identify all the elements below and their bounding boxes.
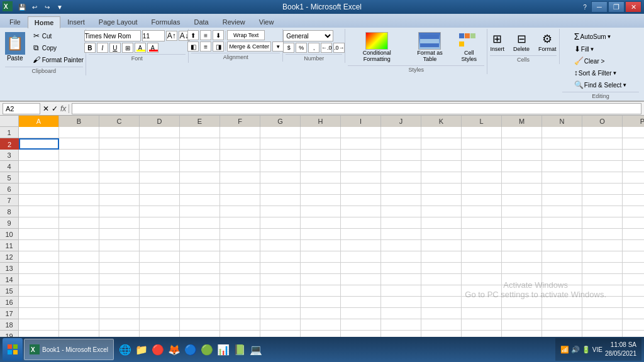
cell-C5[interactable] — [99, 172, 140, 184]
taskbar-icon-6[interactable]: 🟢 — [199, 342, 214, 357]
cell-C3[interactable] — [99, 150, 140, 161]
cell-N1[interactable] — [542, 127, 582, 138]
col-header-J[interactable]: J — [381, 116, 421, 127]
cell-O13[interactable] — [582, 263, 623, 274]
cell-O18[interactable] — [582, 319, 623, 331]
tab-view[interactable]: View — [252, 16, 281, 28]
cell-L15[interactable] — [462, 285, 502, 297]
cell-F1[interactable] — [220, 127, 260, 138]
cell-O14[interactable] — [582, 274, 623, 285]
taskbar-icon-8[interactable]: 📗 — [232, 342, 247, 357]
cell-H1[interactable] — [301, 127, 341, 138]
taskbar-icon-2[interactable]: 📁 — [134, 342, 149, 357]
cell-L16[interactable] — [462, 297, 502, 308]
cell-M16[interactable] — [502, 297, 542, 308]
col-header-F[interactable]: F — [220, 116, 260, 127]
cell-B2[interactable] — [59, 138, 99, 150]
row-header-6[interactable]: 6 — [0, 184, 19, 195]
cell-D17[interactable] — [140, 308, 180, 319]
col-header-E[interactable]: E — [180, 116, 220, 127]
cell-C18[interactable] — [99, 319, 140, 331]
cell-D13[interactable] — [140, 263, 180, 274]
cell-J18[interactable] — [381, 319, 421, 331]
cell-F15[interactable] — [220, 285, 260, 297]
cell-B12[interactable] — [59, 251, 99, 263]
row-header-18[interactable]: 18 — [0, 319, 19, 331]
cell-D7[interactable] — [140, 195, 180, 206]
row-header-1[interactable]: 1 — [0, 127, 19, 138]
cell-F12[interactable] — [220, 251, 260, 263]
cell-A8[interactable] — [19, 206, 59, 217]
cell-I16[interactable] — [341, 297, 381, 308]
col-header-I[interactable]: I — [341, 116, 381, 127]
cell-L9[interactable] — [462, 217, 502, 229]
cell-F7[interactable] — [220, 195, 260, 206]
cell-K14[interactable] — [421, 274, 462, 285]
cell-O7[interactable] — [582, 195, 623, 206]
row-header-14[interactable]: 14 — [0, 274, 19, 285]
cell-C4[interactable] — [99, 161, 140, 172]
cell-M5[interactable] — [502, 172, 542, 184]
cell-I5[interactable] — [341, 172, 381, 184]
cell-E7[interactable] — [180, 195, 220, 206]
cell-J16[interactable] — [381, 297, 421, 308]
cell-B8[interactable] — [59, 206, 99, 217]
cell-B13[interactable] — [59, 263, 99, 274]
row-header-13[interactable]: 13 — [0, 263, 19, 274]
cell-G5[interactable] — [260, 172, 301, 184]
align-bottom-button[interactable]: ⬇ — [213, 30, 224, 40]
row-header-4[interactable]: 4 — [0, 161, 19, 172]
cell-L4[interactable] — [462, 161, 502, 172]
cell-I9[interactable] — [341, 217, 381, 229]
cell-P12[interactable] — [623, 251, 644, 263]
row-header-12[interactable]: 12 — [0, 251, 19, 263]
cell-O16[interactable] — [582, 297, 623, 308]
cell-H10[interactable] — [301, 229, 341, 240]
cell-L5[interactable] — [462, 172, 502, 184]
cell-K12[interactable] — [421, 251, 462, 263]
cell-K7[interactable] — [421, 195, 462, 206]
cell-H7[interactable] — [301, 195, 341, 206]
cell-B7[interactable] — [59, 195, 99, 206]
cell-O3[interactable] — [582, 150, 623, 161]
cell-A14[interactable] — [19, 274, 59, 285]
col-header-H[interactable]: H — [301, 116, 341, 127]
taskbar-icon-3[interactable]: 🔴 — [150, 342, 165, 357]
format-as-table-button[interactable]: Format as Table — [408, 30, 451, 64]
tab-formulas[interactable]: Formulas — [145, 16, 187, 28]
cell-reference-input[interactable] — [3, 103, 40, 114]
cell-C11[interactable] — [99, 240, 140, 251]
quick-access-dropdown[interactable]: ▼ — [54, 1, 65, 13]
cell-B18[interactable] — [59, 319, 99, 331]
cell-O1[interactable] — [582, 127, 623, 138]
cell-A6[interactable] — [19, 184, 59, 195]
cell-M3[interactable] — [502, 150, 542, 161]
cell-H13[interactable] — [301, 263, 341, 274]
cell-G12[interactable] — [260, 251, 301, 263]
cell-B10[interactable] — [59, 229, 99, 240]
cell-J1[interactable] — [381, 127, 421, 138]
system-clock[interactable]: 11:08 SA 28/05/2021 — [605, 341, 636, 358]
cell-H15[interactable] — [301, 285, 341, 297]
cell-F2[interactable] — [220, 138, 260, 150]
cell-B3[interactable] — [59, 150, 99, 161]
cell-J3[interactable] — [381, 150, 421, 161]
cell-B17[interactable] — [59, 308, 99, 319]
cell-O17[interactable] — [582, 308, 623, 319]
format-painter-button[interactable]: 🖌 Format Painter — [30, 54, 86, 65]
cell-G8[interactable] — [260, 206, 301, 217]
cell-D8[interactable] — [140, 206, 180, 217]
cell-I14[interactable] — [341, 274, 381, 285]
align-middle-button[interactable]: ≡ — [200, 30, 211, 40]
find-select-button[interactable]: 🔍 Find & Select ▼ — [572, 79, 630, 90]
cell-E11[interactable] — [180, 240, 220, 251]
cell-K3[interactable] — [421, 150, 462, 161]
tray-keyboard[interactable]: VIE — [592, 346, 602, 353]
row-header-11[interactable]: 11 — [0, 240, 19, 251]
align-center-button[interactable]: ≡ — [200, 41, 211, 52]
increase-decimal-button[interactable]: .0→ — [333, 43, 345, 53]
tab-page-layout[interactable]: Page Layout — [92, 16, 145, 28]
cell-L8[interactable] — [462, 206, 502, 217]
row-header-5[interactable]: 5 — [0, 172, 19, 184]
clear-button[interactable]: 🧹 Clear > — [572, 55, 608, 67]
